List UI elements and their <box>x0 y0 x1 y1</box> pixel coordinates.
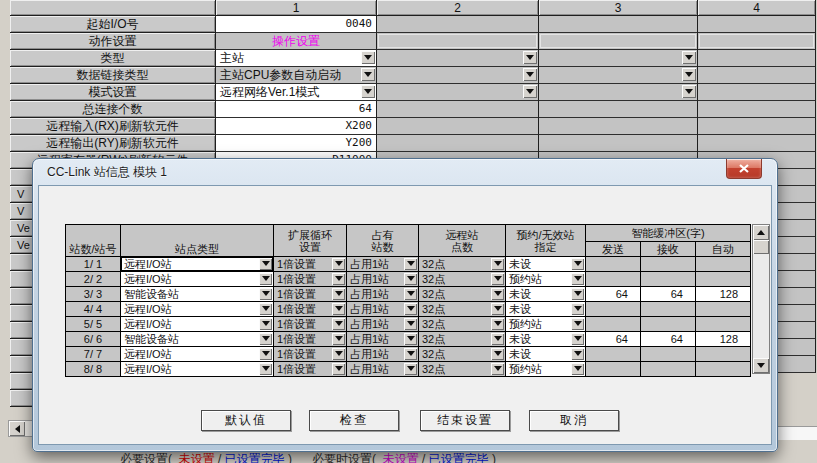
occupied-stations-combo[interactable]: 占用1站 <box>347 317 418 331</box>
param-empty-cell[interactable] <box>698 118 816 135</box>
dropdown-arrow-button[interactable] <box>361 68 375 81</box>
param-combo-empty[interactable] <box>539 50 698 67</box>
cyclic-setting-combo[interactable]: 1倍设置 <box>274 317 346 331</box>
buffer-receive-cell[interactable] <box>641 272 695 286</box>
reserve-station-combo[interactable]: 未设 <box>506 287 585 301</box>
cyclic-setting-combo[interactable]: 1倍设置 <box>274 287 346 301</box>
dropdown-arrow-button[interactable] <box>571 318 584 330</box>
dropdown-arrow-button[interactable] <box>682 68 696 81</box>
dropdown-arrow-button[interactable] <box>571 303 584 315</box>
station-points-combo[interactable]: 32点 <box>419 332 505 346</box>
cyclic-setting-combo[interactable]: 1倍设置 <box>274 272 346 286</box>
buffer-send-cell[interactable] <box>586 362 640 376</box>
default-button[interactable]: 默认值 <box>201 410 291 431</box>
dropdown-arrow-button[interactable] <box>259 303 272 315</box>
station-type-combo[interactable]: 远程I/O站 <box>121 302 273 316</box>
occupied-stations-combo[interactable]: 占用1站 <box>347 257 418 271</box>
dropdown-arrow-button[interactable] <box>571 348 584 360</box>
buffer-send-cell[interactable] <box>586 347 640 361</box>
buffer-send-cell[interactable]: 64 <box>586 287 640 301</box>
dropdown-arrow-button[interactable] <box>404 363 417 375</box>
buffer-auto-cell[interactable] <box>696 362 750 376</box>
buffer-receive-cell[interactable]: 64 <box>641 287 695 301</box>
close-button[interactable] <box>726 159 762 179</box>
dropdown-arrow-button[interactable] <box>491 348 504 360</box>
station-type-combo[interactable]: 远程I/O站 <box>121 347 273 361</box>
buffer-auto-cell[interactable] <box>696 272 750 286</box>
buffer-receive-cell[interactable] <box>641 347 695 361</box>
buffer-auto-cell[interactable]: 128 <box>696 332 750 346</box>
dropdown-arrow-button[interactable] <box>332 303 345 315</box>
dropdown-arrow-button[interactable] <box>332 273 345 285</box>
buffer-auto-cell[interactable] <box>696 257 750 271</box>
param-empty-cell[interactable] <box>698 16 816 33</box>
scroll-up-button[interactable] <box>753 225 769 240</box>
param-empty-cell[interactable] <box>539 135 698 152</box>
dropdown-arrow-button[interactable] <box>682 51 696 64</box>
station-points-combo[interactable]: 32点 <box>419 272 505 286</box>
scrollbar-thumb[interactable] <box>753 240 769 254</box>
dropdown-arrow-button[interactable] <box>332 288 345 300</box>
finish-setup-button[interactable]: 结束设置 <box>420 410 510 431</box>
dropdown-arrow-button[interactable] <box>259 273 272 285</box>
vertical-scrollbar[interactable] <box>752 224 770 374</box>
station-count-cell[interactable]: 3/ 3 <box>66 287 120 301</box>
buffer-send-cell[interactable] <box>586 257 640 271</box>
buffer-auto-cell[interactable] <box>696 347 750 361</box>
buffer-receive-cell[interactable] <box>641 317 695 331</box>
station-count-cell[interactable]: 5/ 5 <box>66 317 120 331</box>
dropdown-arrow-button[interactable] <box>332 318 345 330</box>
reserve-station-combo[interactable]: 未设 <box>506 332 585 346</box>
dropdown-arrow-button[interactable] <box>491 258 504 270</box>
param-empty-cell[interactable] <box>377 118 539 135</box>
buffer-receive-cell[interactable]: 64 <box>641 332 695 346</box>
check-button[interactable]: 检查 <box>309 410 399 431</box>
param-empty-cell[interactable] <box>698 84 816 101</box>
scrollbar-track[interactable] <box>753 254 769 358</box>
occupied-stations-combo[interactable]: 占用1站 <box>347 272 418 286</box>
param-value-cell[interactable]: Y200 <box>216 135 377 152</box>
dropdown-arrow-button[interactable] <box>361 51 375 64</box>
occupied-stations-combo[interactable]: 占用1站 <box>347 347 418 361</box>
dropdown-arrow-button[interactable] <box>571 288 584 300</box>
cyclic-setting-combo[interactable]: 1倍设置 <box>274 302 346 316</box>
station-count-cell[interactable]: 4/ 4 <box>66 302 120 316</box>
param-empty-cell[interactable] <box>539 118 698 135</box>
param-empty-cell[interactable] <box>698 101 816 118</box>
station-type-combo[interactable]: 远程I/O站 <box>121 317 273 331</box>
cyclic-setting-combo[interactable]: 1倍设置 <box>274 332 346 346</box>
param-combo-empty[interactable] <box>539 84 698 101</box>
dropdown-arrow-button[interactable] <box>491 273 504 285</box>
param-empty-cell[interactable] <box>377 135 539 152</box>
dropdown-arrow-button[interactable] <box>404 303 417 315</box>
buffer-send-cell[interactable]: 64 <box>586 332 640 346</box>
station-points-combo[interactable]: 32点 <box>419 287 505 301</box>
dropdown-arrow-button[interactable] <box>571 258 584 270</box>
dropdown-arrow-button[interactable] <box>523 51 537 64</box>
station-type-combo[interactable]: 远程I/O站 <box>121 362 273 376</box>
dropdown-arrow-button[interactable] <box>332 348 345 360</box>
cyclic-setting-combo[interactable]: 1倍设置 <box>274 347 346 361</box>
param-combo[interactable]: 远程网络Ver.1模式 <box>216 84 377 101</box>
station-points-combo[interactable]: 32点 <box>419 257 505 271</box>
station-count-cell[interactable]: 1/ 1 <box>66 257 120 271</box>
buffer-send-cell[interactable] <box>586 272 640 286</box>
station-points-combo[interactable]: 32点 <box>419 302 505 316</box>
param-combo[interactable]: 主站 <box>216 50 377 67</box>
param-combo-empty[interactable] <box>539 67 698 84</box>
station-type-combo[interactable]: 智能设备站 <box>121 332 273 346</box>
param-combo-empty[interactable] <box>377 50 539 67</box>
dropdown-arrow-button[interactable] <box>259 363 272 375</box>
dropdown-arrow-button[interactable] <box>404 318 417 330</box>
dropdown-arrow-button[interactable] <box>682 85 696 98</box>
param-empty-cell[interactable] <box>377 16 539 33</box>
station-type-combo[interactable]: 智能设备站 <box>121 287 273 301</box>
dropdown-arrow-button[interactable] <box>404 288 417 300</box>
dropdown-arrow-button[interactable] <box>571 273 584 285</box>
param-empty-cell[interactable] <box>539 16 698 33</box>
dropdown-arrow-button[interactable] <box>404 333 417 345</box>
dropdown-arrow-button[interactable] <box>332 333 345 345</box>
dropdown-arrow-button[interactable] <box>523 85 537 98</box>
param-combo-empty[interactable] <box>377 84 539 101</box>
buffer-send-cell[interactable] <box>586 317 640 331</box>
